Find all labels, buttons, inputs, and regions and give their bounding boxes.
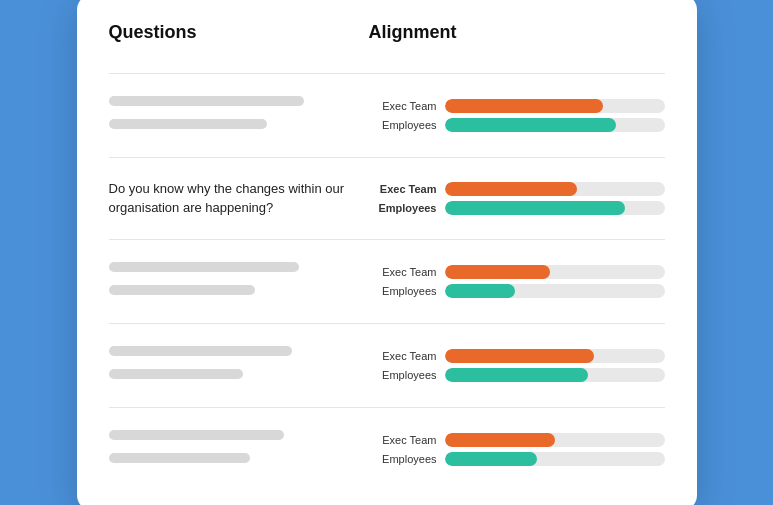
exec-team-label: Exec Team [369, 434, 437, 446]
question-cell [109, 262, 369, 301]
questions-label: Questions [109, 22, 369, 43]
question-placeholder-lines [109, 96, 353, 135]
alignment-cell: Exec TeamEmployees [369, 349, 665, 382]
exec-bar-row: Exec Team [369, 433, 665, 447]
employees-bar-row: Employees [369, 118, 665, 132]
employees-bar-track [445, 368, 665, 382]
placeholder-line [109, 262, 299, 272]
employees-bar-fill [445, 452, 537, 466]
exec-bar-fill [445, 349, 595, 363]
placeholder-line [109, 346, 292, 356]
alignment-label: Alignment [369, 22, 665, 43]
exec-team-label: Exec Team [369, 266, 437, 278]
placeholder-line [109, 285, 255, 295]
table-body: Exec TeamEmployeesDo you know why the ch… [109, 73, 665, 480]
exec-team-label: Exec Team [369, 100, 437, 112]
table-row: Exec TeamEmployees [109, 420, 665, 479]
exec-bar-fill [445, 265, 551, 279]
table-row: Exec TeamEmployees [109, 86, 665, 145]
question-cell: Do you know why the changes within our o… [109, 180, 369, 218]
exec-bar-fill [445, 99, 603, 113]
alignment-cell: Exec TeamEmployees [369, 265, 665, 298]
exec-bar-track [445, 265, 665, 279]
exec-team-label: Exec Team [369, 183, 437, 195]
employees-label: Employees [369, 119, 437, 131]
employees-bar-row: Employees [369, 284, 665, 298]
alignment-cell: Exec TeamEmployees [369, 99, 665, 132]
employees-bar-fill [445, 118, 617, 132]
question-placeholder-lines [109, 346, 353, 385]
alignment-column-header: Alignment [369, 22, 665, 57]
employees-bar-track [445, 284, 665, 298]
question-placeholder-lines [109, 262, 353, 301]
employees-label: Employees [369, 285, 437, 297]
exec-bar-fill [445, 433, 555, 447]
exec-bar-row: Exec Team [369, 182, 665, 196]
main-card: Questions Alignment Exec TeamEmployeesDo… [77, 0, 697, 505]
exec-bar-row: Exec Team [369, 99, 665, 113]
questions-column-header: Questions [109, 22, 369, 57]
placeholder-line [109, 453, 251, 463]
question-placeholder-lines [109, 430, 353, 469]
exec-bar-track [445, 433, 665, 447]
exec-bar-row: Exec Team [369, 349, 665, 363]
employees-bar-track [445, 201, 665, 215]
employees-label: Employees [369, 202, 437, 214]
placeholder-line [109, 119, 268, 129]
question-cell [109, 430, 369, 469]
employees-bar-row: Employees [369, 201, 665, 215]
exec-bar-track [445, 99, 665, 113]
employees-bar-track [445, 118, 665, 132]
employees-label: Employees [369, 369, 437, 381]
employees-bar-fill [445, 284, 515, 298]
employees-bar-row: Employees [369, 368, 665, 382]
table-row: Exec TeamEmployees [109, 336, 665, 395]
placeholder-line [109, 430, 285, 440]
employees-label: Employees [369, 453, 437, 465]
exec-bar-track [445, 182, 665, 196]
alignment-cell: Exec TeamEmployees [369, 433, 665, 466]
question-cell [109, 96, 369, 135]
employees-bar-fill [445, 201, 625, 215]
table-row: Do you know why the changes within our o… [109, 170, 665, 228]
exec-bar-fill [445, 182, 577, 196]
exec-bar-row: Exec Team [369, 265, 665, 279]
exec-bar-track [445, 349, 665, 363]
question-text: Do you know why the changes within our o… [109, 180, 353, 218]
table-header: Questions Alignment [109, 22, 665, 57]
employees-bar-fill [445, 368, 588, 382]
employees-bar-track [445, 452, 665, 466]
placeholder-line [109, 96, 304, 106]
employees-bar-row: Employees [369, 452, 665, 466]
placeholder-line [109, 369, 243, 379]
table-row: Exec TeamEmployees [109, 252, 665, 311]
alignment-cell: Exec TeamEmployees [369, 182, 665, 215]
exec-team-label: Exec Team [369, 350, 437, 362]
question-cell [109, 346, 369, 385]
